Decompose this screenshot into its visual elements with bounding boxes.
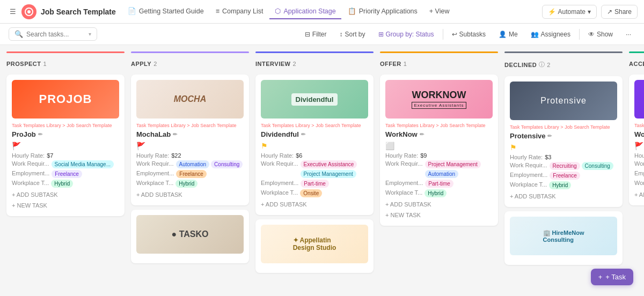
tags-work: Social Media Manage...: [52, 160, 114, 168]
add-subtask-btn[interactable]: + ADD SUBTASK: [12, 189, 119, 200]
card-field-employment-protensive: Employment... Freelance: [510, 172, 617, 180]
card-breadcrumb-mocha: Task Templates Library > Job Search Temp…: [136, 123, 244, 128]
card-field-workplace-mocha: Workplace T... Hybrid: [136, 180, 244, 188]
svg-point-1: [27, 10, 31, 13]
tab-add-view[interactable]: + View: [424, 4, 455, 19]
tags-workplace: Hybrid: [51, 180, 73, 188]
card-field-rate-mocha: Hourly Rate: $22: [136, 152, 244, 159]
card-image-projob: PROJOB: [12, 80, 119, 119]
card-flag-protensive: ⚑: [510, 143, 617, 152]
column-header-apply: APPLY 2: [131, 57, 249, 70]
edit-icon[interactable]: ✏: [420, 131, 424, 137]
new-task-btn[interactable]: + NEW TASK: [12, 200, 119, 211]
card-title-projob: ProJob ✏: [12, 130, 119, 138]
search-icon: 🔍: [14, 30, 23, 38]
card-field-rate-workly: Hourly Rate: $11: [634, 152, 644, 159]
card-field-work-worknow: Work Requir... Project Management Automa…: [385, 160, 493, 178]
add-subtask-btn-protensive[interactable]: + ADD SUBTASK: [510, 191, 617, 202]
tag-hybrid-wn: Hybrid: [425, 189, 447, 197]
card-field-workplace-worknow: Workplace T... Hybrid: [385, 189, 493, 197]
column-declined: DECLINED ⓘ 2 Protensive Task Templates L…: [504, 51, 623, 290]
card-field-employment-dividendful: Employment... Part-time: [261, 180, 368, 188]
tab-application-stage[interactable]: ⬡ Application Stage: [269, 4, 341, 19]
add-task-button[interactable]: + + Task: [591, 269, 633, 285]
add-subtask-btn-dividendful[interactable]: + ADD SUBTASK: [261, 199, 368, 210]
new-task-btn-worknow[interactable]: + NEW TASK: [385, 210, 493, 220]
dropdown-icon: ▾: [588, 8, 591, 16]
column-header-offer: OFFER 1: [380, 57, 498, 70]
sort-by-button[interactable]: ↕ Sort by: [335, 28, 369, 40]
card-worknow[interactable]: WORKNOW Executive Assistants Task Templa…: [380, 75, 498, 226]
tab-priority-applications[interactable]: 📋 Priority Applications: [342, 4, 423, 19]
card-projob[interactable]: PROJOB Task Templates Library > Job Sear…: [6, 75, 125, 216]
add-subtask-btn-workly[interactable]: + ADD SUBTASK: [634, 189, 644, 200]
hamburger-icon[interactable]: ☰: [6, 4, 19, 19]
toolbar: 🔍 ▾ ⊟ Filter ↕ Sort by ⊞ Group by: Statu…: [0, 24, 644, 45]
add-subtask-btn-mocha[interactable]: + ADD SUBTASK: [136, 189, 244, 200]
card-field-employment-worknow: Employment... Part-time: [385, 180, 493, 188]
tags-employment: Freelance: [52, 170, 82, 178]
list-icon: ≡: [216, 8, 219, 15]
card-protensive[interactable]: Protensive Task Templates Library > Job …: [504, 76, 623, 207]
card-image-tasko: ● TASKO: [136, 215, 244, 254]
card-flag: 🚩: [12, 142, 119, 150]
card-dividendful[interactable]: Dividendful Task Templates Library > Job…: [255, 75, 374, 215]
person-icon: 👤: [499, 31, 507, 38]
share-icon: ↗: [607, 8, 612, 16]
tag-automation-wn: Automation: [425, 170, 459, 178]
filter-button[interactable]: ⊟ Filter: [301, 28, 331, 40]
column-header-prospect: PROSPECT 1: [6, 57, 125, 70]
tasko-text: ● TASKO: [172, 230, 209, 239]
hiremenow-text: 🏢 HireMeNowConsulting: [543, 230, 584, 243]
card-workly[interactable]: Wo Task Templates Library > Workly ✏ 🚩 H…: [629, 75, 644, 205]
tab-getting-started[interactable]: 📄 Getting Started Guide: [122, 4, 209, 19]
card-appellatin[interactable]: ✦ AppellatinDesign Studio: [255, 219, 374, 273]
doc-icon: 📄: [128, 7, 136, 15]
eye-icon: 👁: [588, 31, 595, 38]
group-by-button[interactable]: ⊞ Group by: Status: [374, 28, 438, 40]
kanban-board: PROSPECT 1 PROJOB Task Templates Library…: [0, 45, 644, 296]
card-image-hiremenow: 🏢 HireMeNowConsulting: [510, 217, 617, 255]
card-mochalab[interactable]: MOCHA Task Templates Library > Job Searc…: [131, 75, 249, 205]
search-box[interactable]: 🔍 ▾: [9, 27, 97, 41]
search-input[interactable]: [26, 31, 85, 38]
tab-company-list[interactable]: ≡ Company List: [210, 4, 269, 19]
sort-icon: ↕: [339, 31, 342, 38]
more-options-button[interactable]: ···: [621, 28, 635, 40]
tag-freelance: Freelance: [52, 170, 82, 178]
share-button[interactable]: ↗ Share: [601, 5, 638, 19]
card-flag-worknow: ⬜: [385, 142, 493, 150]
show-button[interactable]: 👁 Show: [584, 28, 617, 40]
card-flag-dividendful: ⚑: [261, 142, 368, 150]
column-interview: INTERVIEW 2 Dividendful Task Templates L…: [255, 51, 374, 290]
card-image-appellatin: ✦ AppellatinDesign Studio: [261, 225, 368, 263]
tag-hybrid-mocha: Hybrid: [175, 180, 197, 188]
card-field-work: Work Requir... Social Media Manage...: [12, 160, 119, 168]
card-field-rate-worknow: Hourly Rate: $9: [385, 152, 493, 159]
add-subtask-btn-worknow[interactable]: + ADD SUBTASK: [385, 199, 493, 210]
column-header-declined: DECLINED ⓘ 2: [504, 57, 623, 72]
automate-button[interactable]: ⚡ Automate ▾: [542, 5, 597, 19]
edit-icon[interactable]: ✏: [38, 131, 42, 137]
top-navigation: ☰ Job Search Template 📄 Getting Started …: [0, 0, 644, 24]
card-image-dividendful: Dividendful: [261, 80, 368, 119]
edit-icon[interactable]: ✏: [173, 131, 177, 137]
card-field-work-protensive: Work Requir... Recruiting Consulting: [510, 162, 617, 170]
card-image-protensive: Protensive: [510, 82, 617, 120]
edit-icon[interactable]: ✏: [547, 133, 552, 139]
plus-icon: +: [598, 273, 603, 281]
toolbar-divider: [443, 29, 443, 40]
tag-exec-assist: Executive Assistance: [301, 160, 357, 168]
me-button[interactable]: 👤 Me: [494, 28, 522, 40]
card-hiremenow[interactable]: 🏢 HireMeNowConsulting: [504, 211, 623, 265]
card-field-employment-workly: Employment... Full-S: [634, 170, 644, 178]
nav-actions: ⚡ Automate ▾ ↗ Share: [542, 5, 638, 19]
card-title-workly: Workly ✏: [634, 130, 644, 138]
subtasks-button[interactable]: ↩ Subtasks: [448, 28, 490, 40]
edit-icon[interactable]: ✏: [301, 131, 305, 137]
app-title: Job Search Template: [41, 8, 116, 16]
assignees-icon: 👥: [531, 31, 539, 38]
card-tasko[interactable]: ● TASKO: [131, 210, 249, 263]
assignees-button[interactable]: 👥 Assignees: [526, 28, 575, 40]
card-flag-mocha: 🚩: [136, 142, 244, 150]
